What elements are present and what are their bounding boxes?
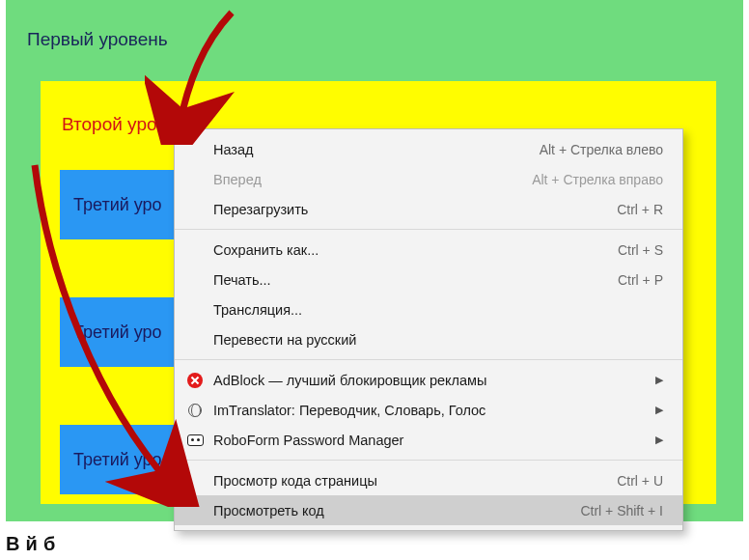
- context-menu-item-label: Просмотр кода страницы: [213, 473, 599, 489]
- context-menu-item-shortcut: Ctrl + R: [617, 202, 663, 217]
- context-menu-separator: [175, 460, 682, 461]
- context-menu-item[interactable]: НазадAlt + Стрелка влево: [175, 134, 682, 164]
- context-menu-item[interactable]: ПерезагрузитьCtrl + R: [175, 194, 682, 224]
- translator-icon: [186, 402, 204, 419]
- context-menu-item-shortcut: Alt + Стрелка влево: [540, 142, 663, 157]
- context-menu-item-shortcut: Ctrl + P: [618, 272, 663, 288]
- context-menu-item-label: Перевести на русский: [213, 332, 663, 348]
- context-menu-separator: [175, 359, 682, 360]
- context-menu-item-label: Вперед: [213, 172, 514, 187]
- context-menu-item-label: Назад: [213, 142, 522, 157]
- context-menu-item-label: Трансляция...: [213, 302, 663, 318]
- context-menu-item: ВпередAlt + Стрелка вправо: [175, 164, 682, 194]
- cropped-text-fragment: В й б: [6, 533, 56, 555]
- context-menu-item-shortcut: Ctrl + S: [618, 242, 663, 258]
- context-menu-item-label: Сохранить как...: [213, 242, 600, 258]
- context-menu-separator: [175, 229, 682, 230]
- chevron-right-icon: ▶: [642, 434, 663, 446]
- level3-label: Третий уро: [73, 195, 162, 215]
- context-menu-item[interactable]: Трансляция...: [175, 294, 682, 324]
- chevron-right-icon: ▶: [642, 374, 663, 386]
- level3-label: Третий уро: [73, 450, 162, 470]
- level3-label: Третий уро: [73, 322, 162, 343]
- context-menu-item[interactable]: ImTranslator: Переводчик, Словарь, Голос…: [175, 395, 682, 425]
- context-menu-item-label: RoboForm Password Manager: [213, 433, 642, 448]
- context-menu-item-shortcut: Ctrl + Shift + I: [580, 503, 663, 518]
- context-menu-item[interactable]: Просмотреть кодCtrl + Shift + I: [175, 495, 682, 525]
- context-menu-item[interactable]: Печать...Ctrl + P: [175, 265, 682, 294]
- context-menu-item-label: AdBlock — лучший блокировщик рекламы: [213, 373, 642, 388]
- context-menu-item[interactable]: Просмотр кода страницыCtrl + U: [175, 465, 682, 495]
- context-menu[interactable]: НазадAlt + Стрелка влевоВпередAlt + Стре…: [174, 128, 683, 531]
- adblock-icon: [186, 372, 204, 389]
- context-menu-item[interactable]: RoboForm Password Manager▶: [175, 425, 682, 455]
- chevron-right-icon: ▶: [642, 404, 663, 416]
- context-menu-item-label: Перезагрузить: [213, 202, 599, 217]
- level1-label: Первый уровень: [27, 29, 743, 50]
- context-menu-item-shortcut: Ctrl + U: [617, 473, 663, 489]
- context-menu-item-label: ImTranslator: Переводчик, Словарь, Голос: [213, 403, 642, 418]
- context-menu-item[interactable]: Перевести на русский: [175, 324, 682, 354]
- roboform-icon: [186, 432, 204, 449]
- context-menu-item[interactable]: AdBlock — лучший блокировщик рекламы▶: [175, 365, 682, 395]
- context-menu-item-label: Печать...: [213, 272, 600, 288]
- context-menu-item[interactable]: Сохранить как...Ctrl + S: [175, 235, 682, 265]
- context-menu-item-shortcut: Alt + Стрелка вправо: [532, 172, 663, 187]
- context-menu-item-label: Просмотреть код: [213, 503, 563, 518]
